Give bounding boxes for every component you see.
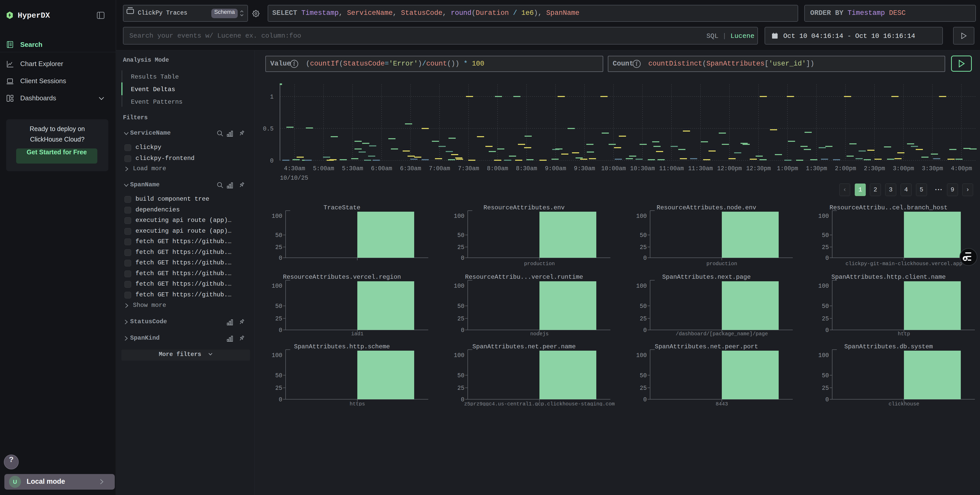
svg-text:100: 100: [272, 352, 282, 359]
svg-text:0: 0: [643, 327, 647, 334]
svg-text:50: 50: [640, 303, 647, 310]
svg-text:50: 50: [640, 373, 647, 379]
svg-text:z5prz9ggc4.us-central1.gcp.cli: z5prz9ggc4.us-central1.gcp.clickhouse-st…: [464, 401, 615, 406]
svg-text:50: 50: [640, 232, 647, 239]
svg-text:8443: 8443: [716, 401, 728, 406]
svg-text:0: 0: [825, 397, 829, 403]
svg-text:ResourceAttribu..cel.branch_ho: ResourceAttribu..cel.branch_host: [830, 204, 948, 211]
svg-text:0: 0: [643, 397, 647, 403]
svg-text:0: 0: [825, 255, 829, 262]
svg-text:clickhouse: clickhouse: [889, 401, 919, 406]
svg-text:100: 100: [454, 352, 465, 359]
svg-text:50: 50: [822, 373, 829, 379]
svg-text:0: 0: [643, 255, 647, 262]
svg-text:50: 50: [275, 232, 282, 239]
svg-text:ResourceAttributes.env: ResourceAttributes.env: [484, 204, 565, 211]
svg-text:100: 100: [272, 213, 282, 220]
svg-text:clickpy-git-main-clickhouse.ve: clickpy-git-main-clickhouse.vercel.app: [846, 261, 963, 267]
svg-text:http: http: [898, 331, 910, 337]
svg-text:0: 0: [461, 255, 465, 262]
svg-text:ResourceAttributes.node.env: ResourceAttributes.node.env: [657, 204, 756, 211]
svg-text:25: 25: [640, 385, 647, 392]
svg-text:SpanAttributes.http.client.nam: SpanAttributes.http.client.name: [831, 274, 946, 281]
svg-text:25: 25: [457, 244, 465, 251]
svg-text:25: 25: [640, 244, 647, 251]
svg-text:25: 25: [457, 316, 465, 322]
svg-text:25: 25: [822, 244, 829, 251]
svg-text:50: 50: [457, 303, 465, 310]
svg-text:100: 100: [636, 213, 647, 220]
svg-text:SpanAttributes.http.scheme: SpanAttributes.http.scheme: [294, 343, 390, 350]
svg-text:SpanAttributes.next.page: SpanAttributes.next.page: [662, 274, 751, 281]
svg-text:iad1: iad1: [351, 331, 363, 337]
svg-text:50: 50: [275, 303, 282, 310]
svg-text:50: 50: [822, 303, 829, 310]
svg-text:0: 0: [461, 397, 465, 403]
svg-text:50: 50: [457, 232, 465, 239]
svg-text:100: 100: [272, 283, 282, 289]
svg-text:50: 50: [822, 232, 829, 239]
svg-text:25: 25: [457, 385, 465, 392]
svg-text:0: 0: [461, 327, 465, 334]
svg-text:/dashboard/[package_name]/page: /dashboard/[package_name]/page: [676, 331, 768, 337]
svg-text:ResourceAttributes.vercel.regi: ResourceAttributes.vercel.region: [283, 274, 401, 281]
svg-text:100: 100: [636, 352, 647, 359]
svg-text:SpanAttributes.net.peer.port: SpanAttributes.net.peer.port: [655, 343, 758, 350]
svg-text:100: 100: [636, 283, 647, 289]
svg-text:25: 25: [275, 385, 282, 392]
svg-text:25: 25: [640, 316, 647, 322]
svg-text:100: 100: [818, 283, 829, 289]
svg-text:nodejs: nodejs: [530, 331, 549, 337]
svg-text:100: 100: [454, 283, 465, 289]
svg-text:50: 50: [275, 373, 282, 379]
svg-text:SpanAttributes.db.system: SpanAttributes.db.system: [844, 343, 933, 350]
svg-text:ResourceAttribu...vercel.runti: ResourceAttribu...vercel.runtime: [465, 274, 583, 281]
svg-text:0: 0: [279, 327, 282, 334]
svg-text:100: 100: [454, 213, 465, 220]
svg-text:100: 100: [818, 213, 829, 220]
svg-text:25: 25: [275, 316, 282, 322]
svg-text:production: production: [524, 261, 555, 267]
svg-text:0: 0: [279, 255, 282, 262]
svg-text:25: 25: [275, 244, 282, 251]
svg-text:TraceState: TraceState: [323, 204, 360, 211]
svg-text:25: 25: [822, 316, 829, 322]
svg-text:100: 100: [818, 352, 829, 359]
svg-text:0: 0: [279, 397, 282, 403]
svg-text:production: production: [706, 261, 737, 267]
svg-text:50: 50: [457, 373, 465, 379]
svg-text:25: 25: [822, 385, 829, 392]
svg-text:SpanAttributes.net.peer.name: SpanAttributes.net.peer.name: [473, 343, 576, 350]
svg-text:https: https: [350, 401, 365, 406]
svg-text:0: 0: [825, 327, 829, 334]
